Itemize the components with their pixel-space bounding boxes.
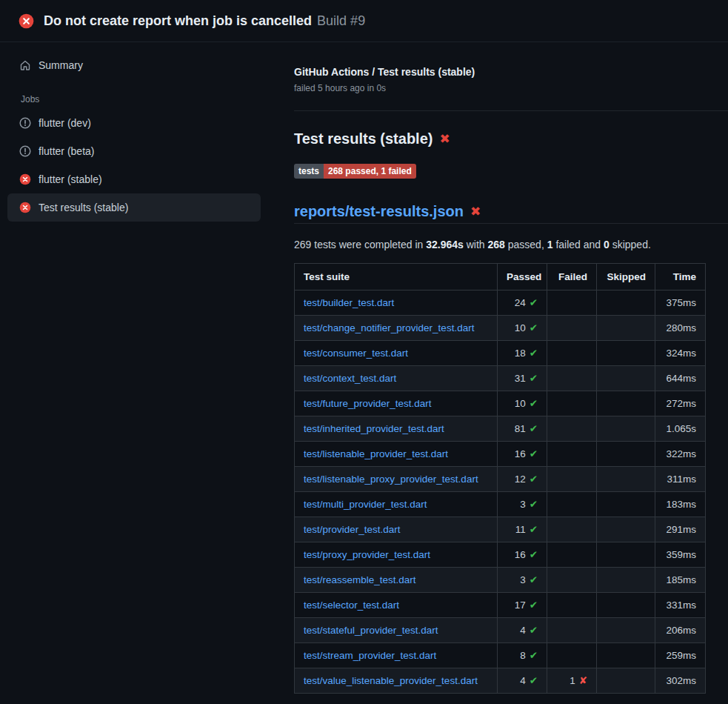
- check-icon: ✔: [530, 474, 538, 485]
- sidebar-item-flutter-stable[interactable]: flutter (stable): [7, 165, 261, 193]
- suite-link[interactable]: test/inherited_provider_test.dart: [304, 423, 444, 434]
- passed-cell: 81✔: [498, 416, 547, 442]
- suite-cell: test/value_listenable_provider_test.dart: [295, 668, 498, 694]
- x-circle-icon: [19, 13, 34, 29]
- report-file-link[interactable]: reports/test-results.json: [294, 202, 464, 220]
- passed-total: 268: [488, 239, 505, 250]
- passed-count: 16: [515, 448, 526, 459]
- failed-cell: [547, 366, 597, 391]
- check-icon: ✔: [530, 348, 538, 359]
- passed-cell: 3✔: [498, 492, 547, 517]
- check-icon: ✔: [530, 549, 538, 560]
- suite-link[interactable]: test/future_provider_test.dart: [304, 398, 432, 409]
- sidebar-item-flutter-beta[interactable]: flutter (beta): [7, 137, 261, 165]
- col-header-skipped: Skipped: [597, 264, 655, 290]
- time-cell: 311ms: [655, 467, 706, 492]
- failed-cell: [547, 290, 597, 316]
- passed-cell: 11✔: [498, 517, 547, 542]
- table-row: test/change_notifier_provider_test.dart1…: [295, 316, 706, 341]
- x-circle-icon: [19, 202, 31, 213]
- alert-circle-icon: [19, 117, 31, 129]
- time-cell: 185ms: [655, 568, 706, 593]
- passed-count: 8: [520, 650, 526, 661]
- passed-count: 18: [515, 348, 526, 359]
- jobs-list: flutter (dev)flutter (beta)flutter (stab…: [7, 109, 261, 222]
- suite-link[interactable]: test/selector_test.dart: [304, 600, 399, 611]
- failed-cell: [547, 391, 597, 416]
- passed-count: 17: [515, 600, 526, 611]
- results-table: Test suite Passed Failed Skipped Time te…: [294, 263, 706, 694]
- failed-total: 1: [547, 239, 553, 250]
- passed-cell: 3✔: [498, 568, 547, 593]
- suite-link[interactable]: test/provider_test.dart: [304, 524, 401, 535]
- time-cell: 359ms: [655, 542, 706, 568]
- table-row: test/context_test.dart31✔644ms: [295, 366, 706, 391]
- suite-link[interactable]: test/change_notifier_provider_test.dart: [304, 322, 474, 333]
- suite-link[interactable]: test/multi_provider_test.dart: [304, 499, 427, 510]
- failed-cell: [547, 341, 597, 366]
- time-cell: 280ms: [655, 316, 706, 341]
- report-title: reports/test-results.json ✖: [294, 202, 728, 224]
- time-cell: 206ms: [655, 618, 706, 643]
- suite-link[interactable]: test/listenable_proxy_provider_test.dart: [304, 474, 478, 485]
- suite-cell: test/proxy_provider_test.dart: [295, 542, 498, 568]
- passed-count: 24: [515, 297, 526, 308]
- build-number: Build #9: [317, 13, 365, 28]
- passed-count: 10: [515, 322, 526, 333]
- suite-link[interactable]: test/consumer_test.dart: [304, 348, 408, 359]
- suite-cell: test/context_test.dart: [295, 366, 498, 391]
- check-icon: ✔: [530, 398, 538, 409]
- sidebar-item-summary[interactable]: Summary: [7, 51, 261, 79]
- suite-link[interactable]: test/proxy_provider_test.dart: [304, 549, 430, 560]
- check-icon: ✔: [530, 499, 538, 510]
- failed-cell: [547, 467, 597, 492]
- passed-cell: 4✔: [498, 618, 547, 643]
- job-label: flutter (dev): [39, 117, 91, 129]
- table-row: test/reassemble_test.dart3✔185ms: [295, 568, 706, 593]
- skipped-cell: [597, 467, 655, 492]
- sidebar: Summary Jobs flutter (dev)flutter (beta)…: [0, 42, 294, 222]
- check-run-header: Do not create report when job is cancell…: [0, 0, 728, 42]
- suite-link[interactable]: test/stateful_provider_test.dart: [304, 625, 438, 636]
- jobs-section-label: Jobs: [7, 79, 261, 109]
- suite-cell: test/stream_provider_test.dart: [295, 643, 498, 668]
- suite-cell: test/provider_test.dart: [295, 517, 498, 542]
- check-icon: ✔: [530, 600, 538, 611]
- table-row: test/listenable_provider_test.dart16✔322…: [295, 442, 706, 467]
- suite-cell: test/reassemble_test.dart: [295, 568, 498, 593]
- table-row: test/inherited_provider_test.dart81✔1.06…: [295, 416, 706, 442]
- passed-count: 11: [515, 524, 526, 535]
- passed-count: 4: [520, 675, 526, 686]
- suite-link[interactable]: test/stream_provider_test.dart: [304, 650, 436, 661]
- suite-cell: test/change_notifier_provider_test.dart: [295, 316, 498, 341]
- check-icon: ✔: [530, 675, 538, 686]
- suite-link[interactable]: test/value_listenable_provider_test.dart: [304, 675, 478, 686]
- suite-cell: test/inherited_provider_test.dart: [295, 416, 498, 442]
- check-icon: ✔: [530, 650, 538, 661]
- time-cell: 644ms: [655, 366, 706, 391]
- table-row: test/future_provider_test.dart10✔272ms: [295, 391, 706, 416]
- table-row: test/listenable_proxy_provider_test.dart…: [295, 467, 706, 492]
- failed-cell: 1✘: [547, 668, 597, 694]
- time-cell: 1.065s: [655, 416, 706, 442]
- passed-count: 10: [515, 398, 526, 409]
- section-title: Test results (stable) ✖: [294, 128, 728, 149]
- suite-cell: test/selector_test.dart: [295, 593, 498, 618]
- suite-link[interactable]: test/reassemble_test.dart: [304, 574, 416, 585]
- suite-cell: test/stateful_provider_test.dart: [295, 618, 498, 643]
- suite-link[interactable]: test/builder_test.dart: [304, 297, 394, 308]
- skipped-cell: [597, 416, 655, 442]
- sidebar-item-test-results-stable[interactable]: Test results (stable): [7, 193, 261, 222]
- col-header-time: Time: [655, 264, 706, 290]
- table-row: test/builder_test.dart24✔375ms: [295, 290, 706, 316]
- suite-cell: test/builder_test.dart: [295, 290, 498, 316]
- table-row: test/multi_provider_test.dart3✔183ms: [295, 492, 706, 517]
- suite-link[interactable]: test/context_test.dart: [304, 373, 396, 384]
- time-cell: 331ms: [655, 593, 706, 618]
- suite-link[interactable]: test/listenable_provider_test.dart: [304, 448, 448, 459]
- time-cell: 322ms: [655, 442, 706, 467]
- col-header-passed: Passed: [498, 264, 547, 290]
- skipped-cell: [597, 316, 655, 341]
- sidebar-item-flutter-dev[interactable]: flutter (dev): [7, 109, 261, 137]
- badge-value: 268 passed, 1 failed: [324, 164, 416, 179]
